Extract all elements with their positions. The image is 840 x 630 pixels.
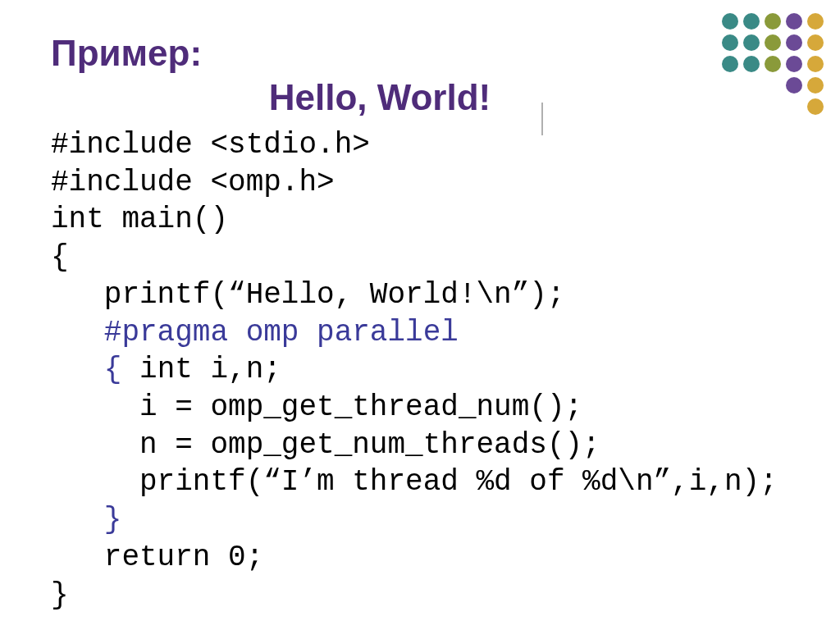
decor-vertical-line [541,103,543,135]
code-line-pragma: #pragma omp parallel [51,316,459,349]
decor-dot [722,34,738,51]
decor-dot [807,34,824,51]
code-line: } [51,578,69,612]
decor-dot [743,13,760,30]
slide: Пример: Hello, World! #include <stdio.h>… [0,0,840,630]
code-line-pragma: } [51,503,121,536]
decor-dot [807,98,824,115]
heading-primer: Пример: [51,33,799,74]
code-line: return 0; [51,541,263,574]
code-line-pragma: { [51,353,121,386]
decor-dot [786,56,802,72]
decor-dot [722,13,738,30]
code-block: #include <stdio.h> #include <omp.h> int … [51,126,799,614]
decor-dot [786,34,802,51]
code-line: n = omp_get_num_threads(); [51,428,600,462]
decor-dot [765,13,781,30]
code-line: i = omp_get_thread_num(); [51,390,582,424]
decor-dot [722,56,738,72]
heading-hello: Hello, World! [51,77,799,118]
decor-dot [765,34,781,51]
decor-dot [807,13,824,30]
decor-dot [743,56,760,72]
code-line: #include <stdio.h> [51,128,370,162]
decor-dot-grid [722,13,824,115]
code-line: printf(“Hello, World!\n”); [51,278,565,312]
code-line: int i,n; [121,353,281,386]
code-line: #include <omp.h> [51,166,335,199]
decor-dot [807,56,824,72]
decor-dot [765,56,781,72]
code-line: { [51,240,69,274]
decor-dot [743,34,760,51]
code-line: printf(“I’m thread %d of %d\n”,i,n); [51,465,778,499]
decor-dot [786,13,802,30]
decor-dot [786,77,802,94]
decor-dot [807,77,824,94]
code-line: int main() [51,203,228,236]
